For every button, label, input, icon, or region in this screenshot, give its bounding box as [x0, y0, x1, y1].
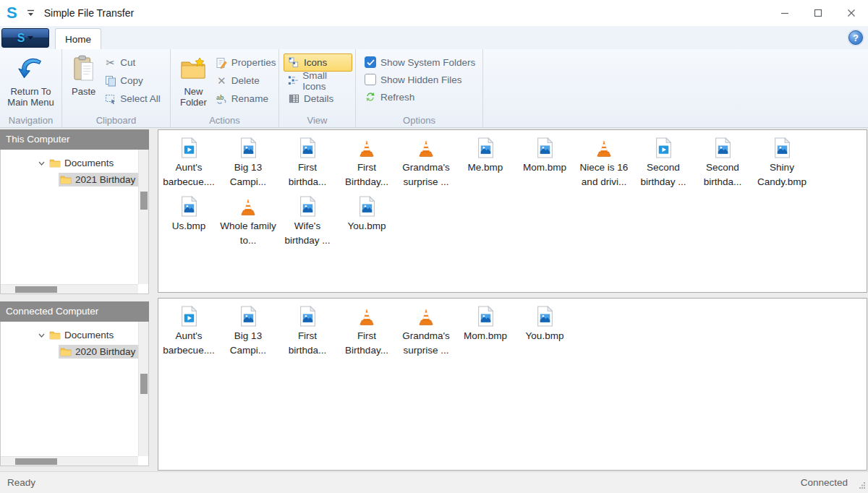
- file-item[interactable]: Mom.bmp: [456, 301, 515, 358]
- group-label-clipboard: Clipboard: [62, 115, 170, 126]
- scrollbar-thumb[interactable]: [15, 286, 57, 293]
- tree-expand-chevron-icon[interactable]: [38, 161, 46, 166]
- cut-button[interactable]: ✂ Cut: [100, 53, 165, 72]
- file-item[interactable]: Second birthda...: [693, 132, 752, 189]
- select-all-icon: [104, 93, 116, 105]
- quick-access-dropdown-icon[interactable]: [27, 9, 35, 17]
- tree-item-2021-birthday[interactable]: 2021 Birthday: [59, 171, 148, 188]
- refresh-button[interactable]: Refresh: [362, 88, 478, 106]
- ribbon-empty-area: [483, 49, 868, 127]
- file-item[interactable]: First Birthday...: [337, 301, 396, 358]
- connected-computer-file-pane[interactable]: Aunt's barbecue.... Big 13 Campi... Firs…: [158, 298, 867, 471]
- file-item[interactable]: Second birthday ...: [634, 132, 693, 189]
- file-item[interactable]: Us.bmp: [159, 191, 218, 248]
- image-file-icon: [358, 191, 376, 217]
- status-connected-text: Connected: [801, 477, 848, 488]
- video-file-icon: [180, 301, 198, 327]
- scrollbar-thumb[interactable]: [15, 458, 57, 465]
- file-item[interactable]: Me.bmp: [456, 132, 515, 189]
- view-details-button[interactable]: Details: [284, 90, 352, 108]
- ribbon-group-clipboard: Paste ✂ Cut Copy Select All: [62, 49, 171, 127]
- image-file-icon: [239, 301, 258, 327]
- tree-item-label: 2021 Birthday: [75, 174, 135, 185]
- tree-expand-chevron-icon[interactable]: [38, 333, 46, 338]
- file-item[interactable]: Wife's birthday ...: [278, 191, 337, 248]
- ribbon-group-navigation: Return To Main Menu Navigation: [0, 49, 62, 127]
- delete-button[interactable]: ✕ Delete: [211, 72, 281, 90]
- resize-grip-icon[interactable]: [859, 480, 866, 491]
- folder-icon: [60, 347, 72, 356]
- file-item[interactable]: Grandma's surprise ...: [396, 132, 456, 189]
- vertical-scrollbar[interactable]: [138, 150, 148, 284]
- select-all-button[interactable]: Select All: [100, 90, 165, 108]
- tab-home[interactable]: Home: [55, 28, 101, 49]
- horizontal-scrollbar[interactable]: [1, 284, 138, 293]
- file-name: Big 13 Campi...: [219, 329, 277, 358]
- image-file-icon: [536, 132, 554, 158]
- this-computer-panel: This Computer Documents 2021 Birthday: [0, 129, 149, 294]
- maximize-button[interactable]: [801, 0, 835, 26]
- file-item[interactable]: Shiny Candy.bmp: [752, 132, 812, 189]
- title-bar: S Simple File Transfer: [0, 0, 868, 26]
- scissors-icon: ✂: [104, 56, 116, 69]
- delete-button-label: Delete: [231, 75, 260, 86]
- file-item[interactable]: Mom.bmp: [515, 132, 574, 189]
- properties-button[interactable]: Properties: [211, 53, 281, 72]
- scrollbar-thumb[interactable]: [140, 374, 148, 394]
- file-item[interactable]: You.bmp: [515, 301, 574, 358]
- this-computer-file-pane[interactable]: Aunt's barbecue.... Big 13 Campi... Firs…: [158, 129, 867, 293]
- image-file-icon: [299, 132, 317, 158]
- image-file-icon: [714, 132, 732, 158]
- image-file-icon: [180, 191, 198, 217]
- show-hidden-files-checkbox[interactable]: Show Hidden Files: [362, 71, 478, 88]
- help-button[interactable]: ?: [848, 30, 863, 45]
- copy-button[interactable]: Copy: [100, 72, 165, 90]
- image-file-icon: [299, 301, 317, 327]
- view-icons-button[interactable]: Icons: [284, 53, 352, 72]
- tree-item-documents[interactable]: Documents: [1, 155, 148, 171]
- view-details-label: Details: [304, 93, 333, 104]
- rename-button[interactable]: ab Rename: [211, 90, 281, 108]
- view-small-icons-button[interactable]: Small Icons: [284, 72, 352, 90]
- show-system-folders-checkbox[interactable]: Show System Folders: [362, 53, 478, 71]
- close-button[interactable]: [835, 0, 868, 26]
- vlc-file-icon: [357, 132, 376, 158]
- file-name: First birthda...: [278, 329, 336, 358]
- file-item[interactable]: Big 13 Campi...: [218, 301, 278, 358]
- file-item[interactable]: First birthda...: [278, 301, 337, 358]
- scrollbar-thumb[interactable]: [140, 192, 148, 210]
- vlc-file-icon: [417, 132, 435, 158]
- file-name: Me.bmp: [468, 160, 503, 175]
- app-menu-button[interactable]: S: [1, 28, 49, 48]
- horizontal-scrollbar[interactable]: [1, 456, 138, 466]
- this-computer-tree: Documents 2021 Birthday: [0, 150, 149, 294]
- file-item[interactable]: Niece is 16 and drivi...: [574, 132, 634, 189]
- group-label-view: View: [279, 115, 355, 126]
- tree-item-2020-birthday[interactable]: 2020 Birthday: [59, 343, 148, 360]
- file-name: Mom.bmp: [523, 160, 566, 175]
- cut-button-label: Cut: [120, 57, 135, 68]
- file-item[interactable]: You.bmp: [337, 191, 396, 248]
- file-item[interactable]: Grandma's surprise ...: [396, 301, 456, 358]
- minimize-button[interactable]: [768, 0, 801, 26]
- file-item[interactable]: Aunt's barbecue....: [159, 132, 218, 189]
- paste-button[interactable]: Paste: [69, 53, 98, 114]
- file-item[interactable]: First birthda...: [278, 132, 337, 189]
- file-item[interactable]: Big 13 Campi...: [218, 132, 278, 189]
- app-logo-icon: S: [7, 5, 17, 21]
- group-label-actions: Actions: [171, 115, 278, 126]
- image-file-icon: [239, 132, 258, 158]
- chevron-down-icon: [27, 36, 33, 40]
- properties-button-label: Properties: [231, 57, 276, 68]
- file-item[interactable]: First Birthday...: [337, 132, 396, 189]
- file-name: Whole family to...: [219, 219, 277, 248]
- tree-item-label: Documents: [64, 330, 114, 340]
- return-to-main-menu-button[interactable]: Return To Main Menu: [4, 53, 56, 114]
- new-folder-button[interactable]: New Folder: [177, 53, 210, 114]
- tree-item-documents[interactable]: Documents: [1, 327, 148, 343]
- file-item[interactable]: Whole family to...: [218, 191, 278, 248]
- tree-item-label: 2020 Birthday: [75, 346, 135, 357]
- file-item[interactable]: Aunt's barbecue....: [159, 301, 218, 358]
- vertical-scrollbar[interactable]: [138, 322, 148, 456]
- video-file-icon: [655, 132, 673, 158]
